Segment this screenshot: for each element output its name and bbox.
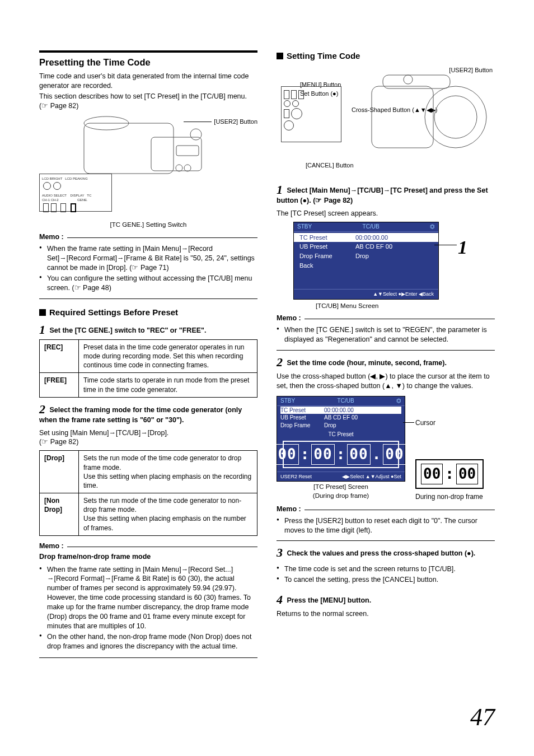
callout-cancel-button: [CANCEL] Button (306, 161, 354, 170)
table-rec-free: [REC] Preset data in the time code gener… (39, 339, 257, 398)
step-number-1: 1 (39, 323, 45, 337)
memoB-subhead: Drop frame/non-drop frame mode (39, 552, 257, 562)
panel-illustration-right (281, 86, 341, 142)
intro-para-2: This section describes how to set [TC Pr… (39, 92, 257, 111)
memoB-label: Memo : (39, 542, 64, 551)
cell-drop-val: Sets the run mode of the time code gener… (79, 451, 257, 493)
step3-b1: The time code is set and the screen retu… (277, 564, 495, 574)
memo1-item2: You can configure the setting without ac… (39, 274, 257, 293)
right-step-3: 3 Check the values and press the cross-s… (277, 547, 495, 559)
ref-icon: ☞ (315, 197, 322, 204)
table-row: [REC] Preset data in the time code gener… (40, 339, 257, 373)
step-number-1r: 1 (277, 183, 283, 197)
svg-rect-9 (372, 86, 433, 148)
memo1-item1: When the frame rate setting in [Main Men… (39, 244, 257, 273)
step3-b2: To cancel the setting, press the [CANCEL… (277, 575, 495, 585)
left-step-1: 1 Set the [TC GENE.] switch to "REC" or … (39, 324, 257, 336)
figure1-caption: [TC GENE.] Setting Switch (39, 221, 257, 230)
intro2-ref: Page 82) (48, 102, 78, 110)
page-number: 47 (470, 701, 495, 734)
step3-bullets: The time code is set and the screen retu… (277, 562, 495, 588)
memo-label-1: Memo : (39, 232, 64, 242)
rstep4-text: Press the [MENU] button. (287, 596, 371, 604)
intro-para-1: Time code and user's bit data generated … (39, 72, 257, 91)
table-row: [Non Drop] Sets the run mode of the time… (40, 493, 257, 536)
memo-end-rule (39, 298, 257, 299)
ref-icon: ☞ (41, 438, 48, 446)
svg-point-8 (434, 96, 477, 138)
table-drop-nondrop: [Drop] Sets the run mode of the time cod… (39, 450, 257, 536)
panel-illustration: LCD BRIGHT LCD PEAKING AUDIO SELECT DISP… (39, 174, 112, 212)
heading-setting-text: Setting Time Code (287, 50, 360, 62)
rstep3-text: Check the values and press the cross-sha… (287, 549, 475, 557)
table-row: [Drop] Sets the run mode of the time cod… (40, 451, 257, 493)
svg-point-3 (176, 165, 182, 171)
cell-rec-val: Preset data in the time code generator o… (79, 339, 257, 373)
table-row: [FREE] Time code starts to operate in ru… (40, 373, 257, 397)
rstep2-text: Set the time code (hour, minute, second,… (287, 359, 446, 367)
square-bullet-icon (277, 53, 283, 59)
svg-rect-0 (84, 123, 174, 174)
ref-icon: ☞ (41, 102, 48, 110)
memo-heading-2: Memo : (39, 542, 257, 551)
heading-required-settings: Required Settings Before Preset (39, 307, 257, 318)
memoB-item2: On the other hand, the non-drop frame mo… (39, 632, 257, 651)
memoD-end-rule (277, 540, 495, 541)
memoB-end-rule (39, 657, 257, 658)
non-drop-digit-box: 00:00 (415, 459, 484, 489)
callout-cursor: Cursor (415, 418, 484, 427)
memoC-item: When the [TC GENE.] switch is set to "RE… (277, 325, 495, 344)
callout-number-1: 1 (458, 235, 467, 260)
cell-drop-key: [Drop] (40, 451, 79, 493)
right-step-2: 2 Set the time code (hour, minute, secon… (277, 356, 495, 368)
figure-camera-right: [USER2] Button [MENU] Button Set Button … (277, 66, 495, 178)
step-number-3r: 3 (277, 545, 283, 559)
svg-rect-5 (176, 146, 199, 156)
memo-heading-3: Memo : (277, 314, 495, 323)
section-rule (39, 50, 257, 53)
memoC-label: Memo : (277, 314, 301, 323)
rstep2-body: Use the cross-shaped button (◀, ▶) to pl… (277, 372, 495, 391)
callout-user2-left: [USER2] Button (214, 118, 257, 126)
cell-rec-key: [REC] (40, 339, 79, 373)
memo-heading-1: Memo : (39, 232, 257, 242)
svg-point-6 (190, 129, 202, 140)
heading-presetting: Presetting the Time Code (39, 56, 257, 68)
memo-list-4: Press the [USER2] button to reset each d… (277, 514, 495, 539)
memoD-label: Memo : (277, 505, 301, 514)
square-bullet-icon (39, 309, 46, 316)
heading-setting-tc: Setting Time Code (277, 50, 495, 62)
cell-free-val: Time code starts to operate in run mode … (79, 373, 257, 397)
tc-preset-screenshot: STBYTC/UB⏣ TC Preset00:00:00.00 UB Prese… (277, 396, 405, 482)
heading-required-text: Required Settings Before Preset (49, 307, 178, 318)
cell-nondrop-val: Sets the run mode of the time code gener… (79, 493, 257, 536)
tc-preset-figure: STBYTC/UB⏣ TC Preset00:00:00.00 UB Prese… (277, 396, 495, 501)
step1-text: Set the [TC GENE.] switch to "REC" or "F… (49, 326, 206, 334)
svg-point-11 (404, 75, 413, 84)
tc-ub-menu-screenshot: STBYTC/UB⏣ TC Preset00:00:00.00 UB Prese… (293, 222, 439, 300)
menu-screen-caption: [TC/UB] Menu Screen (316, 302, 495, 311)
memo-list-2: When the frame rate setting in [Main Men… (39, 563, 257, 655)
step-number-2: 2 (39, 402, 45, 416)
figure-camera-left: [USER2] Button LCD BRIGHT LCD PEAKING AU… (39, 112, 257, 218)
cell-nondrop-key: [Non Drop] (40, 493, 79, 536)
step-number-4r: 4 (277, 592, 283, 606)
ref-icon: ☞ (74, 284, 81, 292)
memo-list-3: When the [TC GENE.] switch is set to "RE… (277, 323, 495, 348)
tc-digit-display: 00: 00: 00. 00 (283, 441, 399, 468)
memo-heading-4: Memo : (277, 505, 495, 514)
left-column: Presetting the Time Code Time code and u… (39, 50, 257, 658)
step-number-2r: 2 (277, 355, 283, 369)
memoC-end-rule (277, 350, 495, 351)
rstep1-body: The [TC Preset] screen appears. (277, 209, 495, 218)
callout-nondrop: During non-drop frame (415, 492, 484, 501)
memo-list-1: When the frame rate setting in [Main Men… (39, 242, 257, 296)
rstep1-text: Select [Main Menu]→[TC/UB]→[TC Preset] a… (277, 186, 488, 204)
ref-icon: ☞ (132, 264, 138, 272)
right-column: Setting Time Code [USER2] Button [MENU] … (277, 50, 495, 658)
step2-body: Set using [Main Menu]→[TC/UB]→[Drop]. (☞… (39, 428, 257, 447)
rstep4-body: Returns to the normal screen. (277, 609, 495, 619)
memoD-item: Press the [USER2] button to reset each d… (277, 516, 495, 535)
svg-point-4 (184, 165, 191, 171)
right-step-4: 4 Press the [MENU] button. (277, 594, 495, 606)
